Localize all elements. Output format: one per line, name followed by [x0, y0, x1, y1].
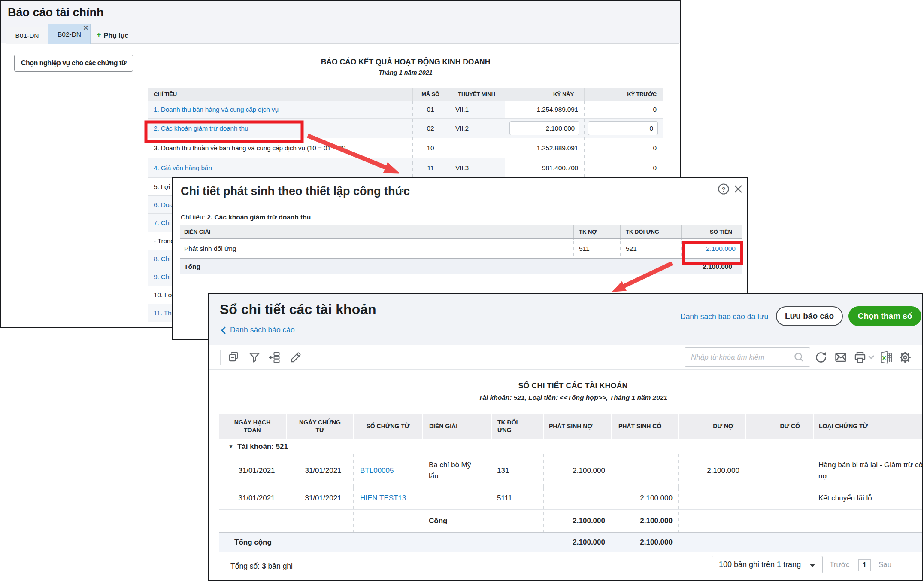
svg-text:?: ?	[721, 186, 725, 193]
svg-text:X: X	[882, 355, 886, 361]
